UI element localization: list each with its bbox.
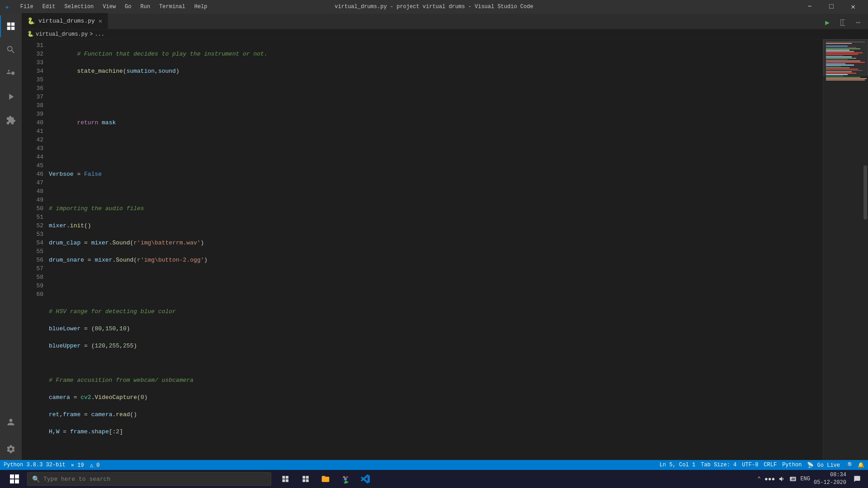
menu-edit[interactable]: Edit	[39, 3, 59, 11]
status-language[interactable]: Python	[782, 462, 802, 468]
more-actions-button[interactable]: ⋯	[852, 16, 864, 29]
breadcrumb-more: ...	[94, 31, 104, 38]
close-button[interactable]: ✕	[843, 0, 863, 14]
status-tab-size[interactable]: Tab Size: 4	[701, 462, 736, 468]
activity-account[interactable]	[0, 411, 22, 433]
status-eol[interactable]: CRLF	[764, 462, 777, 468]
status-errors[interactable]: ✕ 19 △ 0	[71, 462, 100, 469]
broadcast-icon: 📡	[807, 462, 814, 469]
run-button[interactable]: ▶	[821, 16, 834, 29]
breadcrumb-filename: virtual_drums.py	[36, 31, 88, 38]
activity-run-debug[interactable]	[0, 86, 22, 108]
menu-run[interactable]: Run	[137, 3, 154, 11]
code-content[interactable]: # Function that decides to play the inst…	[49, 39, 823, 460]
scrollbar-track[interactable]	[863, 39, 868, 460]
tab-filename: virtual_drums.py	[38, 18, 95, 24]
status-bar: Python 3.8.3 32-bit ✕ 19 △ 0 Ln 5, Col 1…	[0, 460, 868, 470]
error-count: 19	[77, 462, 84, 469]
status-notification[interactable]: 🔔	[858, 462, 864, 469]
activity-source-control[interactable]	[0, 62, 22, 84]
warning-icon: △	[90, 462, 93, 469]
minimap-content	[823, 39, 868, 460]
titlebar: ✦ File Edit Selection View Go Run Termin…	[0, 0, 868, 14]
taskbar-vscode[interactable]	[356, 470, 374, 488]
menu-bar: File Edit Selection View Go Run Terminal…	[17, 3, 211, 11]
start-button[interactable]	[4, 470, 25, 488]
svg-point-0	[344, 478, 347, 481]
windows-logo-icon	[10, 474, 19, 483]
network-icon-group: ●●●	[764, 476, 775, 483]
breadcrumb-separator: >	[90, 31, 93, 38]
menu-go[interactable]: Go	[121, 3, 135, 11]
tab-close-button[interactable]: ✕	[99, 17, 102, 25]
system-tray: ⌃	[757, 475, 761, 483]
error-icon: ✕	[71, 462, 74, 469]
scrollbar-thumb[interactable]	[863, 165, 867, 220]
tab-bar: 🐍 virtual_drums.py ✕ ▶ ⋯	[22, 14, 868, 29]
maximize-button[interactable]: □	[821, 0, 842, 14]
status-left: Python 3.8.3 32-bit ✕ 19 △ 0	[4, 462, 100, 469]
keyboard-icon[interactable]	[789, 475, 797, 483]
activity-settings[interactable]	[0, 438, 22, 460]
menu-terminal[interactable]: Terminal	[156, 3, 189, 11]
minimize-button[interactable]: −	[799, 0, 820, 14]
breadcrumb: 🐍 virtual_drums.py > ...	[22, 29, 868, 39]
activity-explorer[interactable]	[0, 15, 22, 37]
editor-area: 🐍 virtual_drums.py ✕ ▶ ⋯ 🐍 virtual_drums…	[22, 14, 868, 460]
status-ln-col[interactable]: Ln 5, Col 1	[660, 462, 695, 468]
notification-center-button[interactable]	[850, 472, 864, 486]
activity-bar	[0, 14, 22, 460]
taskbar-file-explorer[interactable]	[316, 470, 335, 488]
language-indicator[interactable]: ENG	[800, 476, 810, 482]
taskbar: 🔍 Type here to search ⌃	[0, 470, 868, 488]
menu-help[interactable]: Help	[191, 3, 211, 11]
status-golive[interactable]: 📡 Go Live	[807, 462, 840, 469]
golive-label: Go Live	[817, 462, 840, 469]
menu-selection[interactable]: Selection	[61, 3, 97, 11]
taskbar-chrome[interactable]	[336, 470, 354, 488]
menu-file[interactable]: File	[17, 3, 37, 11]
taskbar-search[interactable]: 🔍 Type here to search	[27, 472, 271, 486]
menu-view[interactable]: View	[99, 3, 119, 11]
titlebar-left: ✦ File Edit Selection View Go Run Termin…	[5, 2, 211, 12]
window-title: virtual_drums.py - project virtual drums…	[335, 4, 533, 10]
wifi-icon[interactable]: ●●●	[764, 476, 775, 483]
python-file-icon: 🐍	[27, 17, 35, 25]
activity-search[interactable]	[0, 39, 22, 61]
activity-extensions[interactable]	[0, 109, 22, 131]
taskbar-windows-icon[interactable]	[297, 470, 315, 488]
status-right: Ln 5, Col 1 Tab Size: 4 UTF-8 CRLF Pytho…	[660, 462, 864, 469]
vscode-logo-icon: ✦	[5, 2, 9, 12]
line-numbers: 31 32 33 34 35 36 37 38 39 40 41 42 43 4…	[22, 39, 49, 460]
clock-time: 08:34	[814, 471, 846, 479]
search-icon: 🔍	[32, 475, 40, 483]
clock-date: 05-12-2020	[814, 479, 846, 487]
editor-tab-virtual-drums[interactable]: 🐍 virtual_drums.py ✕	[22, 13, 108, 29]
code-editor[interactable]: 31 32 33 34 35 36 37 38 39 40 41 42 43 4…	[22, 39, 868, 460]
minimap[interactable]	[823, 39, 868, 460]
search-placeholder-text: Type here to search	[43, 476, 110, 483]
tray-arrow-icon[interactable]: ⌃	[757, 475, 761, 483]
window-controls: − □ ✕	[799, 0, 863, 14]
breadcrumb-file-icon: 🐍	[27, 31, 34, 38]
status-python[interactable]: Python 3.8.3 32-bit	[4, 462, 66, 468]
status-remote[interactable]: 🔎	[845, 462, 852, 469]
volume-icon[interactable]	[778, 475, 786, 483]
split-editor-button[interactable]	[836, 16, 849, 29]
system-clock[interactable]: 08:34 05-12-2020	[814, 471, 846, 487]
taskbar-right: ⌃ ●●● ENG 08:34 05-12-2020	[757, 471, 864, 487]
status-encoding[interactable]: UTF-8	[742, 462, 758, 468]
taskbar-task-view[interactable]	[277, 470, 295, 488]
warning-count: 0	[96, 462, 99, 469]
main-area: 🐍 virtual_drums.py ✕ ▶ ⋯ 🐍 virtual_drums…	[0, 14, 868, 460]
